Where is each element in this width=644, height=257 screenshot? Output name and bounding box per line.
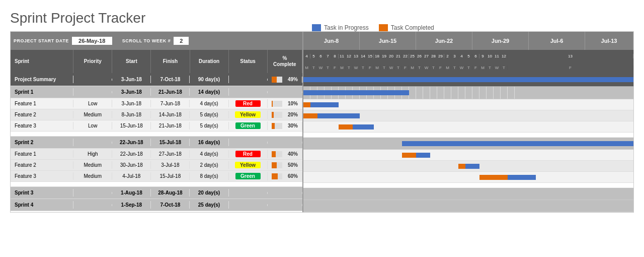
s1-f2-row: Feature 2 Medium 8-Jun-18 14-Jun-18 5 da… [11, 109, 302, 120]
col-header-start: Start [112, 50, 151, 73]
gantt-month-jun22: Jun-22 [416, 32, 472, 50]
spacer1 [11, 132, 302, 137]
scroll-label: SCROLL TO WEEK # [122, 38, 171, 43]
col-header-pct: %Complete [268, 50, 302, 73]
s1-f3-row: Feature 3 Low 15-Jun-18 21-Jun-18 5 day(… [11, 120, 302, 132]
main-container: PROJECT START DATE 26-May-18 SCROLL TO W… [10, 31, 634, 213]
gantt-sprint2-row [303, 138, 633, 150]
summary-finish: 7-Oct-18 [151, 76, 190, 83]
gantt-s1f3-row [303, 121, 633, 133]
gantt-week-row: 4 5 6 7 8 11 12 13 14 15 18 19 20 21 22 … [303, 50, 633, 62]
summary-status [229, 79, 268, 81]
sprint1-header: Sprint 1 3-Jun-18 21-Jun-18 14 day(s) [11, 86, 302, 98]
gantt-month-headers: Jun-8 Jun-15 Jun-22 Jun-29 Jul-6 Jul-13 [303, 32, 633, 50]
col-header-priority: Priority [73, 50, 112, 73]
gantt-month-jul13: Jul-13 [585, 32, 633, 50]
gantt-day-row: MTWTFMTWTFMTWTFMTWTFMTWTFMTWTF [303, 62, 633, 73]
s1-f1-row: Feature 1 Low 3-Jun-18 7-Jun-18 4 day(s)… [11, 98, 302, 109]
summary-row: Project Summary 3-Jun-18 7-Oct-18 90 day… [11, 73, 302, 86]
gantt-month-jun29: Jun-29 [472, 32, 529, 50]
start-date-label: PROJECT START DATE [14, 38, 69, 43]
control-row: PROJECT START DATE 26-May-18 SCROLL TO W… [11, 32, 302, 50]
sprint2-header: Sprint 2 22-Jun-18 15-Jul-18 16 day(s) [11, 137, 302, 149]
summary-name: Project Summary [11, 76, 73, 83]
gantt-spacer2 [303, 183, 633, 188]
gantt-sprint1-row [303, 87, 633, 99]
gantt-s1f2-row [303, 110, 633, 121]
start-date-value: 26-May-18 [72, 37, 112, 45]
col-header-status: Status [229, 50, 268, 73]
legend-completed: Task Completed [379, 24, 434, 31]
spacer2 [11, 182, 302, 187]
summary-start: 3-Jun-18 [112, 76, 151, 83]
legend-in-progress-label: Task in Progress [324, 24, 369, 31]
gantt-s2f1-row [303, 150, 633, 161]
gantt-rows [303, 73, 633, 212]
legend-blue-box [312, 24, 321, 31]
legend-orange-box [379, 24, 388, 31]
legend-in-progress: Task in Progress [312, 24, 369, 31]
column-headers: Sprint Priority Start Finish Duration St… [11, 50, 302, 73]
legend-completed-label: Task Completed [391, 24, 434, 31]
summary-pct-cell: 49% [268, 77, 302, 83]
s2-f3-row: Feature 3 Medium 4-Jul-18 15-Jul-18 8 da… [11, 171, 302, 182]
left-table: PROJECT START DATE 26-May-18 SCROLL TO W… [11, 32, 303, 212]
gantt-s2f3-row [303, 172, 633, 183]
summary-duration: 90 day(s) [190, 76, 228, 83]
col-header-sprint: Sprint [11, 50, 73, 73]
gantt-sprint3-row [303, 188, 633, 200]
gantt-s2f2-row [303, 161, 633, 172]
gantt-month-jun8: Jun-8 [303, 32, 360, 50]
gantt-summary-row [303, 73, 633, 87]
legend: Task in Progress Task Completed [312, 24, 434, 31]
s2-f1-row: Feature 1 High 22-Jun-18 27-Jun-18 4 day… [11, 149, 302, 160]
gantt-s1f1-row [303, 99, 633, 110]
gantt-spacer1 [303, 133, 633, 138]
s2-f2-row: Feature 2 Medium 30-Jun-18 3-Jul-18 2 da… [11, 160, 302, 171]
col-header-duration: Duration [190, 50, 229, 73]
col-header-finish: Finish [151, 50, 190, 73]
gantt-chart: Jun-8 Jun-15 Jun-22 Jun-29 Jul-6 Jul-13 … [303, 32, 633, 212]
sprint3-header: Sprint 3 1-Aug-18 28-Aug-18 20 day(s) [11, 187, 302, 199]
gantt-sprint4-row [303, 200, 633, 212]
gantt-month-jun15: Jun-15 [360, 32, 416, 50]
summary-priority [73, 79, 112, 81]
gantt-month-jul6: Jul-6 [529, 32, 585, 50]
scroll-week-value[interactable]: 2 [174, 37, 189, 45]
sprint4-header: Sprint 4 1-Sep-18 7-Oct-18 25 day(s) [11, 199, 302, 211]
